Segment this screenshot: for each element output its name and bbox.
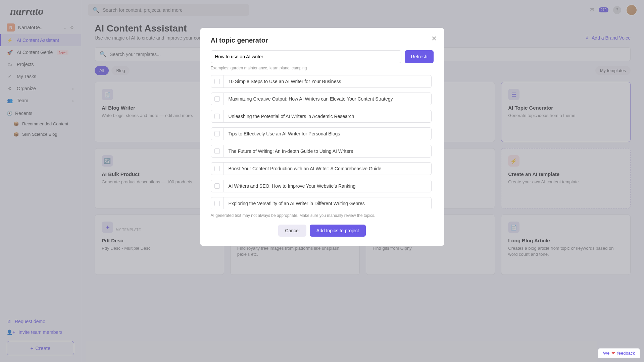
topic-input[interactable] (211, 50, 402, 63)
topic-checkbox[interactable] (211, 180, 224, 192)
topic-row[interactable]: Maximizing Creative Output: How AI Write… (211, 93, 432, 105)
modal-overlay[interactable]: ✕ AI topic generator Refresh Examples: g… (0, 0, 644, 362)
topic-text: AI Writers and SEO: How to Improve Your … (224, 180, 431, 192)
topic-row[interactable]: Unleashing the Potential of AI Writers i… (211, 110, 432, 123)
topic-checkbox[interactable] (211, 197, 224, 209)
modal-title: AI topic generator (211, 37, 434, 44)
add-topics-button[interactable]: Add topics to project (310, 225, 366, 237)
topic-text: Boost Your Content Production with an AI… (224, 163, 431, 175)
refresh-button[interactable]: Refresh (405, 50, 433, 63)
topic-checkbox[interactable] (211, 163, 224, 175)
topic-row[interactable]: Exploring the Versatility of an AI Write… (211, 197, 432, 209)
topic-row[interactable]: Boost Your Content Production with an AI… (211, 162, 432, 175)
close-icon: ✕ (431, 35, 437, 42)
topic-row[interactable]: AI Writers and SEO: How to Improve Your … (211, 180, 432, 192)
topics-list[interactable]: 10 Simple Steps to Use an AI Writer for … (211, 75, 434, 209)
cancel-button[interactable]: Cancel (278, 225, 306, 237)
examples-text: Examples: garden maintenance, learn pian… (211, 66, 434, 70)
topic-checkbox[interactable] (211, 145, 224, 157)
topic-text: Tips to Effectively Use an AI Writer for… (224, 128, 431, 140)
modal-actions: Cancel Add topics to project (211, 225, 434, 237)
topic-checkbox[interactable] (211, 75, 224, 87)
ai-topic-generator-modal: ✕ AI topic generator Refresh Examples: g… (200, 28, 444, 246)
topic-text: Maximizing Creative Output: How AI Write… (224, 93, 431, 105)
topic-checkbox[interactable] (211, 128, 224, 140)
feedback-pre: We (603, 351, 609, 356)
feedback-post: feedback (617, 351, 635, 356)
close-button[interactable]: ✕ (431, 35, 437, 43)
feedback-tab[interactable]: We ❤ feedback (598, 348, 640, 358)
heart-icon: ❤ (611, 351, 615, 356)
topic-text: Unleashing the Potential of AI Writers i… (224, 110, 431, 122)
topic-text: 10 Simple Steps to Use an AI Writer for … (224, 75, 431, 87)
topic-row[interactable]: Tips to Effectively Use an AI Writer for… (211, 127, 432, 140)
topic-row[interactable]: The Future of Writing: An In-depth Guide… (211, 145, 432, 158)
topic-text: The Future of Writing: An In-depth Guide… (224, 145, 431, 157)
disclaimer-text: AI generated text may not always be appr… (211, 213, 434, 218)
topic-row[interactable]: 10 Simple Steps to Use an AI Writer for … (211, 75, 432, 88)
modal-input-row: Refresh (211, 50, 434, 63)
topic-text: Exploring the Versatility of an AI Write… (224, 197, 431, 209)
topic-checkbox[interactable] (211, 110, 224, 122)
topic-checkbox[interactable] (211, 93, 224, 105)
